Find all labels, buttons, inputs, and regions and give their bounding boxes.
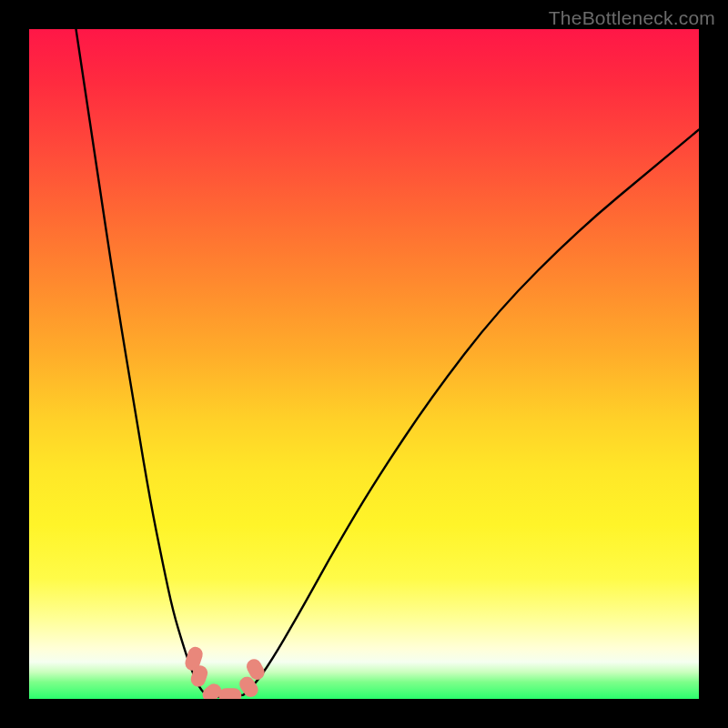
bottleneck-curve (76, 29, 700, 697)
curve-layer (29, 29, 699, 699)
watermark-text: TheBottleneck.com (549, 7, 715, 29)
marker-capsule (218, 688, 241, 699)
curve-markers (183, 645, 267, 699)
outer-frame: TheBottleneck.com (0, 0, 728, 728)
plot-area (29, 29, 699, 699)
